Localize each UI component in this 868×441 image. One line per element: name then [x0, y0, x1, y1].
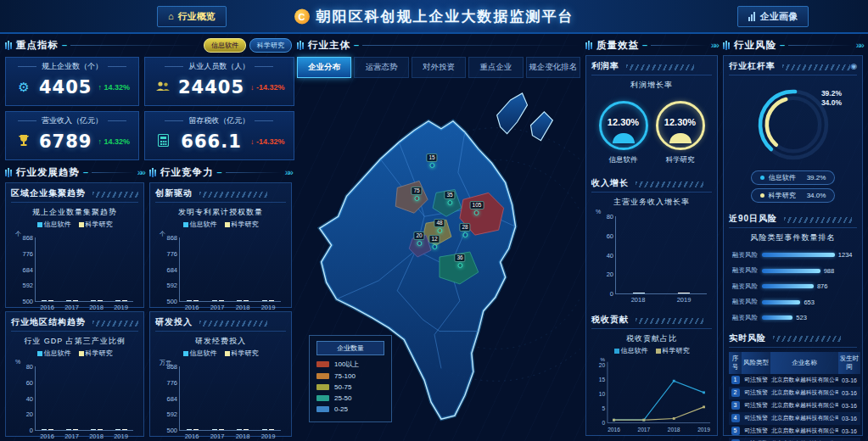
risk-bar[interactable]	[762, 253, 835, 257]
expand-icon[interactable]: »»	[856, 40, 863, 50]
title-dash: –	[217, 167, 222, 177]
bar[interactable]	[212, 429, 217, 430]
bar[interactable]	[98, 429, 103, 430]
row-index-badge: 1	[731, 376, 740, 384]
chart-tax-ratio: 税收贡献占比信息软件科学研究05101520%2016201720182019	[591, 333, 712, 439]
bar[interactable]	[187, 429, 192, 430]
bar[interactable]	[122, 300, 127, 301]
bar[interactable]	[193, 300, 199, 301]
bar[interactable]	[678, 293, 690, 293]
legend-item: 信息软件	[183, 349, 217, 358]
bar-group	[187, 429, 199, 430]
legend-swatch	[225, 351, 230, 356]
map-marker[interactable]: 20	[413, 232, 424, 246]
bar[interactable]	[42, 429, 47, 430]
tab-change-ranking[interactable]: 规企变化排名	[526, 57, 580, 78]
expand-icon[interactable]: »»	[285, 167, 292, 177]
table-row[interactable]: 3司法预警北京启数卓越科技有限公司03-16	[729, 399, 860, 412]
tab-key-enterprises[interactable]: 重点企业	[468, 57, 523, 78]
table-row[interactable]: 4司法预警北京启数卓越科技有限公司03-16	[729, 412, 860, 425]
bar[interactable]	[262, 300, 267, 301]
tag-info-software[interactable]: 信息软件	[204, 38, 246, 53]
map-marker[interactable]: 36	[454, 254, 465, 268]
map-marker[interactable]: 48	[434, 219, 445, 233]
bar[interactable]	[219, 429, 224, 430]
tab-enterprise-distribution[interactable]: 企业分布	[297, 57, 351, 78]
marker-value: 20	[413, 232, 424, 240]
bar[interactable]	[262, 429, 267, 430]
risk-bar-row: 融资风险653	[731, 298, 855, 306]
bar[interactable]	[269, 429, 274, 430]
bar[interactable]	[212, 300, 217, 301]
district-map[interactable]: 1575351054828201236 企业数量 100以上75-10050-7…	[297, 81, 580, 436]
bar[interactable]	[269, 300, 274, 301]
bar[interactable]	[48, 300, 53, 301]
table-row[interactable]: 6司法预警北京启数卓越科技有限公司03-16	[729, 438, 860, 441]
bar[interactable]	[122, 429, 127, 430]
panel-title: 重点指标	[16, 39, 59, 52]
risk-bar[interactable]	[762, 269, 820, 273]
risk-bar[interactable]	[762, 284, 814, 288]
axis-unit-label: 个	[160, 230, 165, 238]
bar[interactable]	[66, 300, 71, 301]
bar[interactable]	[73, 300, 78, 301]
bar[interactable]	[91, 429, 96, 430]
bar[interactable]	[48, 429, 53, 430]
risk-bar[interactable]	[762, 300, 800, 304]
bar[interactable]	[633, 293, 645, 293]
legend-item: 信息软件	[37, 220, 71, 229]
bar[interactable]	[244, 300, 249, 301]
nav-enterprise-portrait[interactable]: 企业画像	[737, 6, 809, 27]
info-icon[interactable]: ◉	[850, 62, 857, 70]
nav-industry-overview[interactable]: ⌂ 行业概览	[157, 6, 227, 27]
legend-swatch	[614, 349, 619, 354]
title-line	[362, 45, 580, 46]
line-chart-svg: 05101520%2016201720182019	[591, 357, 712, 436]
bar[interactable]	[193, 429, 199, 430]
bar[interactable]	[244, 429, 249, 430]
legend-color-chip	[316, 361, 329, 367]
title-dash: –	[642, 40, 647, 50]
bar[interactable]	[219, 300, 224, 301]
tag-science-research[interactable]: 科学研究	[249, 38, 292, 53]
map-marker[interactable]: 105	[470, 201, 484, 215]
tab-operation-status[interactable]: 运营态势	[354, 57, 408, 78]
map-marker[interactable]: 75	[411, 187, 422, 201]
bar[interactable]	[237, 300, 242, 301]
risk-bar-track: 523	[762, 314, 855, 321]
bar[interactable]	[115, 429, 120, 430]
map-marker[interactable]: 12	[428, 235, 440, 249]
kpi-delta: ↑ 14.32%	[98, 137, 130, 146]
map-marker[interactable]: 15	[426, 154, 437, 168]
y-tick: 20	[607, 271, 616, 278]
bar[interactable]	[91, 300, 96, 301]
legend-swatch	[79, 222, 84, 227]
bar[interactable]	[66, 429, 71, 430]
legend-item: 科学研究	[79, 349, 113, 358]
x-tick: 2016	[40, 304, 54, 311]
table-row[interactable]: 5司法预警北京启数卓越科技有限公司03-16	[729, 425, 860, 438]
bar-groups	[36, 237, 133, 301]
expand-icon[interactable]: »»	[711, 40, 718, 50]
bar[interactable]	[187, 300, 192, 301]
bar[interactable]	[115, 300, 120, 301]
hatch-decoration	[782, 64, 850, 70]
expand-icon[interactable]: »»	[137, 167, 144, 177]
risk-bar[interactable]	[762, 315, 792, 320]
company-cell: 北京启数卓越科技有限公司	[770, 438, 838, 441]
subpanel-title: 实时风险	[729, 332, 766, 344]
bar[interactable]	[73, 429, 78, 430]
marker-value: 48	[434, 219, 445, 227]
table-header-row: 序号风险类型企业名称发生时间	[729, 352, 860, 374]
map-marker[interactable]: 28	[459, 223, 470, 237]
bar[interactable]	[98, 300, 103, 301]
bar[interactable]	[42, 300, 47, 301]
legend-label: 科学研究	[232, 220, 259, 229]
map-marker[interactable]: 35	[444, 191, 455, 205]
table-row[interactable]: 1司法预警北京启数卓越科技有限公司03-16	[729, 374, 860, 387]
table-row[interactable]: 2司法预警北京启数卓越科技有限公司03-16	[729, 387, 860, 399]
subpanel-title: 利润率	[591, 60, 619, 72]
bar[interactable]	[237, 429, 242, 430]
tab-outbound-investment[interactable]: 对外投资	[412, 57, 466, 78]
bar-group	[237, 429, 249, 430]
